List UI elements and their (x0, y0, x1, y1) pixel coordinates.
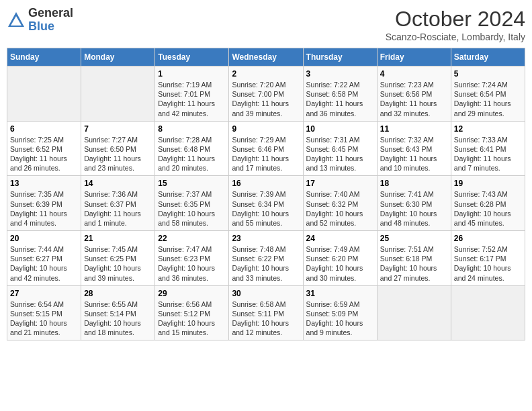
day-info: Sunrise: 6:56 AM Sunset: 5:12 PM Dayligh… (158, 300, 226, 338)
calendar-cell (7, 66, 81, 122)
day-info: Sunrise: 7:35 AM Sunset: 6:39 PM Dayligh… (10, 189, 78, 228)
day-number: 22 (158, 234, 226, 243)
day-header-monday: Monday (81, 48, 155, 66)
day-info: Sunrise: 7:48 AM Sunset: 6:22 PM Dayligh… (232, 244, 300, 283)
page-header: General Blue October 2024 Scanzo-Rosciat… (7, 7, 525, 42)
calendar-cell: 29Sunrise: 6:56 AM Sunset: 5:12 PM Dayli… (155, 285, 229, 340)
calendar-cell: 2Sunrise: 7:20 AM Sunset: 7:00 PM Daylig… (229, 66, 303, 122)
day-header-friday: Friday (377, 48, 451, 66)
day-info: Sunrise: 7:45 AM Sunset: 6:25 PM Dayligh… (84, 244, 152, 283)
day-number: 12 (454, 124, 522, 134)
day-info: Sunrise: 7:28 AM Sunset: 6:48 PM Dayligh… (158, 135, 226, 173)
day-number: 28 (84, 289, 152, 298)
calendar-cell: 6Sunrise: 7:25 AM Sunset: 6:52 PM Daylig… (7, 121, 81, 176)
day-info: Sunrise: 7:23 AM Sunset: 6:56 PM Dayligh… (380, 80, 448, 118)
day-number: 14 (84, 179, 152, 188)
day-header-sunday: Sunday (7, 48, 81, 66)
day-header-thursday: Thursday (303, 48, 377, 66)
calendar-cell: 30Sunrise: 6:58 AM Sunset: 5:11 PM Dayli… (229, 285, 303, 340)
day-number: 20 (10, 234, 78, 243)
calendar-header: SundayMondayTuesdayWednesdayThursdayFrid… (7, 48, 525, 66)
day-info: Sunrise: 6:58 AM Sunset: 5:11 PM Dayligh… (232, 300, 300, 338)
day-info: Sunrise: 7:39 AM Sunset: 6:34 PM Dayligh… (232, 189, 300, 228)
day-number: 8 (158, 124, 226, 134)
day-number: 5 (454, 69, 522, 79)
calendar-cell: 4Sunrise: 7:23 AM Sunset: 6:56 PM Daylig… (377, 66, 451, 122)
day-number: 27 (10, 289, 78, 298)
calendar-cell: 5Sunrise: 7:24 AM Sunset: 6:54 PM Daylig… (451, 66, 525, 122)
day-info: Sunrise: 7:20 AM Sunset: 7:00 PM Dayligh… (232, 80, 300, 118)
days-header-row: SundayMondayTuesdayWednesdayThursdayFrid… (7, 48, 525, 66)
calendar-cell: 16Sunrise: 7:39 AM Sunset: 6:34 PM Dayli… (229, 176, 303, 231)
calendar-cell: 21Sunrise: 7:45 AM Sunset: 6:25 PM Dayli… (81, 231, 155, 286)
day-info: Sunrise: 6:59 AM Sunset: 5:09 PM Dayligh… (306, 300, 374, 338)
calendar-week-1: 1Sunrise: 7:19 AM Sunset: 7:01 PM Daylig… (7, 66, 525, 122)
logo: General Blue (7, 7, 73, 34)
day-info: Sunrise: 7:29 AM Sunset: 6:46 PM Dayligh… (232, 135, 300, 173)
day-info: Sunrise: 7:24 AM Sunset: 6:54 PM Dayligh… (454, 80, 522, 118)
calendar-cell (377, 285, 451, 340)
day-info: Sunrise: 7:22 AM Sunset: 6:58 PM Dayligh… (306, 80, 374, 118)
day-number: 15 (158, 179, 226, 188)
day-info: Sunrise: 7:47 AM Sunset: 6:23 PM Dayligh… (158, 244, 226, 283)
day-info: Sunrise: 6:55 AM Sunset: 5:14 PM Dayligh… (84, 300, 152, 338)
day-number: 21 (84, 234, 152, 243)
calendar-cell: 12Sunrise: 7:33 AM Sunset: 6:41 PM Dayli… (451, 121, 525, 176)
calendar-cell (81, 66, 155, 122)
calendar-cell: 11Sunrise: 7:32 AM Sunset: 6:43 PM Dayli… (377, 121, 451, 176)
logo-blue-text: Blue (28, 19, 54, 33)
calendar-cell: 18Sunrise: 7:41 AM Sunset: 6:30 PM Dayli… (377, 176, 451, 231)
day-info: Sunrise: 7:33 AM Sunset: 6:41 PM Dayligh… (454, 135, 522, 173)
day-number: 19 (454, 179, 522, 188)
calendar-cell: 17Sunrise: 7:40 AM Sunset: 6:32 PM Dayli… (303, 176, 377, 231)
calendar-cell: 23Sunrise: 7:48 AM Sunset: 6:22 PM Dayli… (229, 231, 303, 286)
day-number: 16 (232, 179, 300, 188)
calendar-cell: 15Sunrise: 7:37 AM Sunset: 6:35 PM Dayli… (155, 176, 229, 231)
day-info: Sunrise: 7:51 AM Sunset: 6:18 PM Dayligh… (380, 244, 448, 283)
calendar-week-4: 20Sunrise: 7:44 AM Sunset: 6:27 PM Dayli… (7, 231, 525, 286)
calendar-cell: 3Sunrise: 7:22 AM Sunset: 6:58 PM Daylig… (303, 66, 377, 122)
day-number: 26 (454, 234, 522, 243)
day-info: Sunrise: 7:27 AM Sunset: 6:50 PM Dayligh… (84, 135, 152, 173)
calendar-cell: 24Sunrise: 7:49 AM Sunset: 6:20 PM Dayli… (303, 231, 377, 286)
day-info: Sunrise: 7:25 AM Sunset: 6:52 PM Dayligh… (10, 135, 78, 173)
location: Scanzo-Rosciate, Lombardy, Italy (386, 32, 525, 42)
day-number: 29 (158, 289, 226, 298)
calendar-week-5: 27Sunrise: 6:54 AM Sunset: 5:15 PM Dayli… (7, 285, 525, 340)
calendar-cell: 1Sunrise: 7:19 AM Sunset: 7:01 PM Daylig… (155, 66, 229, 122)
day-header-tuesday: Tuesday (155, 48, 229, 66)
title-area: October 2024 Scanzo-Rosciate, Lombardy, … (386, 7, 525, 42)
calendar-week-3: 13Sunrise: 7:35 AM Sunset: 6:39 PM Dayli… (7, 176, 525, 231)
day-number: 23 (232, 234, 300, 243)
day-number: 24 (306, 234, 374, 243)
day-info: Sunrise: 7:36 AM Sunset: 6:37 PM Dayligh… (84, 189, 152, 228)
calendar-cell: 8Sunrise: 7:28 AM Sunset: 6:48 PM Daylig… (155, 121, 229, 176)
day-number: 10 (306, 124, 374, 134)
calendar-cell: 9Sunrise: 7:29 AM Sunset: 6:46 PM Daylig… (229, 121, 303, 176)
calendar-cell: 26Sunrise: 7:52 AM Sunset: 6:17 PM Dayli… (451, 231, 525, 286)
calendar-cell: 25Sunrise: 7:51 AM Sunset: 6:18 PM Dayli… (377, 231, 451, 286)
day-number: 6 (10, 124, 78, 134)
day-info: Sunrise: 7:32 AM Sunset: 6:43 PM Dayligh… (380, 135, 448, 173)
calendar-cell: 20Sunrise: 7:44 AM Sunset: 6:27 PM Dayli… (7, 231, 81, 286)
day-number: 11 (380, 124, 448, 134)
calendar-body: 1Sunrise: 7:19 AM Sunset: 7:01 PM Daylig… (7, 66, 525, 340)
day-number: 4 (380, 69, 448, 79)
calendar-cell: 14Sunrise: 7:36 AM Sunset: 6:37 PM Dayli… (81, 176, 155, 231)
day-number: 31 (306, 289, 374, 298)
day-info: Sunrise: 7:31 AM Sunset: 6:45 PM Dayligh… (306, 135, 374, 173)
day-number: 1 (158, 69, 226, 79)
day-number: 25 (380, 234, 448, 243)
day-info: Sunrise: 7:19 AM Sunset: 7:01 PM Dayligh… (158, 80, 226, 118)
day-number: 30 (232, 289, 300, 298)
month-title: October 2024 (386, 7, 525, 32)
day-info: Sunrise: 7:43 AM Sunset: 6:28 PM Dayligh… (454, 189, 522, 228)
day-number: 17 (306, 179, 374, 188)
day-number: 3 (306, 69, 374, 79)
day-info: Sunrise: 7:41 AM Sunset: 6:30 PM Dayligh… (380, 189, 448, 228)
calendar-cell: 7Sunrise: 7:27 AM Sunset: 6:50 PM Daylig… (81, 121, 155, 176)
day-number: 13 (10, 179, 78, 188)
day-number: 18 (380, 179, 448, 188)
day-info: Sunrise: 7:40 AM Sunset: 6:32 PM Dayligh… (306, 189, 374, 228)
day-number: 7 (84, 124, 152, 134)
